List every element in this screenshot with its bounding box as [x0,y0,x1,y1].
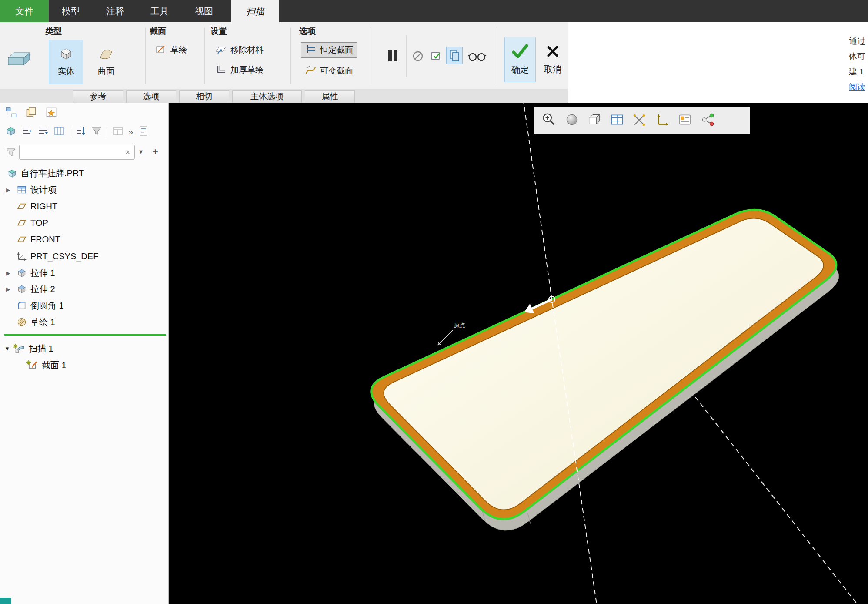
insert-here-indicator[interactable] [4,334,166,336]
cancel-button[interactable]: 取消 [539,39,566,81]
tab-tangency[interactable]: 相切 [179,90,229,103]
help-read-link[interactable]: 阅读 [849,79,868,94]
csys-icon [17,251,27,262]
tree-row-front-plane[interactable]: FRONT [0,231,168,248]
model-tree-tab-icon[interactable] [5,106,17,120]
model-tree-panel: » × ▾ + 自行车挂牌.PRT [0,103,169,604]
tree-filter-settings-icon[interactable] [91,125,102,138]
tree-row-extrude-1[interactable]: ▶ 拉伸 1 [0,265,168,281]
tab-properties[interactable]: 属性 [305,90,355,103]
toolbar-separator [70,127,70,137]
tree-row-section-1[interactable]: 截面 1 [0,357,168,373]
show-icon[interactable] [5,125,17,138]
shading-style-icon[interactable] [564,112,580,129]
menu-annotate[interactable]: 注释 [93,0,137,22]
display-style-icon[interactable] [587,112,602,129]
tree-item-label: RIGHT [30,201,57,211]
expand-all-icon[interactable] [21,125,33,138]
tree-row-top-plane[interactable]: TOP [0,215,168,231]
menu-file[interactable]: 文件 [0,0,49,22]
expand-arrow-icon[interactable]: ▶ [6,286,17,292]
collapse-all-icon[interactable] [37,125,49,138]
tree-row-right-plane[interactable]: RIGHT [0,198,168,215]
tree-row-sweep-1[interactable]: ▼ 扫描 1 [0,340,168,357]
tree-tab-toolbar [0,104,57,122]
datum-plane-icon [17,201,27,211]
annotation-display-icon[interactable] [677,112,693,129]
report-icon[interactable] [138,125,149,138]
ok-button[interactable]: 确定 [504,37,536,82]
view-manager-icon[interactable] [700,112,715,129]
solid-icon [59,47,73,63]
tab-references[interactable]: 参考 [73,90,123,103]
menu-tools[interactable]: 工具 [137,0,182,22]
group-title-section: 截面 [150,26,166,37]
filter-clear-icon[interactable]: × [125,148,130,157]
expand-arrow-icon[interactable]: ▶ [6,187,17,193]
filter-funnel-icon [5,147,17,160]
surface-label: 曲面 [98,66,114,77]
help-line: 通过 [849,34,868,49]
new-feature-marker [26,357,31,367]
menu-view[interactable]: 视图 [182,0,226,22]
tree-row-part[interactable]: 自行车挂牌.PRT [0,165,168,181]
menu-model[interactable]: 模型 [49,0,93,22]
thicken-sketch-button[interactable]: 加厚草绘 [211,62,267,78]
tree-filter-input[interactable] [19,145,135,160]
filter-dropdown-icon[interactable]: ▾ [139,148,143,156]
thicken-sketch-label: 加厚草绘 [230,64,264,76]
csys-display-icon[interactable] [654,112,670,129]
model-canvas[interactable]: 原点 [169,103,868,604]
tree-row-extrude-2[interactable]: ▶ 拉伸 2 [0,281,168,297]
datum-plane-icon [17,234,27,245]
help-line: 建 1 [849,64,868,79]
tree-columns-icon[interactable] [53,125,65,138]
verify-icon[interactable] [429,49,444,63]
group-title-settings: 设置 [210,26,227,37]
graphics-viewport[interactable]: 原点 [169,103,868,604]
toolbar-overflow-icon[interactable]: » [128,128,133,136]
tree-item-label: 倒圆角 1 [30,300,64,312]
tree-row-round-1[interactable]: 倒圆角 1 [0,297,168,314]
ribbon-separator [371,27,371,84]
remove-material-icon [215,44,227,57]
surface-button[interactable]: 曲面 [86,40,126,84]
folder-browser-tab-icon[interactable] [25,106,37,120]
preview-glasses-icon[interactable] [466,49,488,63]
constant-section-button[interactable]: 恒定截面 [301,42,357,58]
constant-section-icon [305,44,316,57]
sort-icon[interactable] [75,125,86,138]
origin-leader-line [438,330,453,345]
tree-row-csys[interactable]: PRT_CSYS_DEF [0,248,168,265]
remove-material-button[interactable]: 移除材料 [211,42,267,58]
expand-arrow-icon[interactable]: ▶ [6,270,17,276]
dynamic-preview-icon[interactable] [446,47,463,64]
tree-row-sketch-1[interactable]: 草绘 1 [0,314,168,330]
pause-button[interactable] [385,47,401,64]
help-line: 体可 [849,49,868,64]
tab-options[interactable]: 选项 [126,90,176,103]
tab-body-options[interactable]: 主体选项 [232,90,302,103]
zoom-icon[interactable] [541,112,557,129]
model-plate[interactable] [371,210,839,530]
tree-layout-icon[interactable] [112,125,124,138]
favorites-tab-icon[interactable] [45,106,57,120]
tree-item-label: 自行车挂牌.PRT [21,168,84,179]
datum-display-icon[interactable] [632,112,648,129]
tree-item-label: TOP [30,218,48,228]
solid-button[interactable]: 实体 [49,40,83,84]
tree-row-design-items[interactable]: ▶ 设计项 [0,181,168,198]
origin-label: 原点 [454,322,465,329]
tree-item-label: FRONT [30,235,60,245]
constant-section-label: 恒定截面 [320,44,353,56]
menu-sweep-active-tab[interactable]: 扫描 [231,0,279,22]
ribbon-band: 类型 实体 曲面 截面 [0,22,868,89]
solid-label: 实体 [58,66,74,77]
saved-views-icon[interactable] [609,112,625,129]
no-preview-icon[interactable] [411,49,425,63]
status-indicator [0,598,11,604]
filter-add-icon[interactable]: + [152,146,158,158]
variable-section-button[interactable]: 可变截面 [301,63,357,79]
thicken-sketch-icon [215,64,227,77]
sketch-button[interactable]: 草绘 [151,42,191,58]
